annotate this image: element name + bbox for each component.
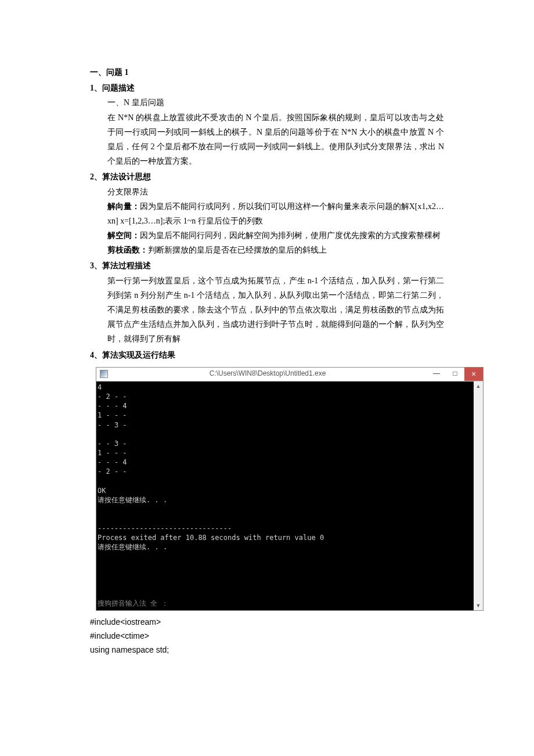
minimize-button[interactable]: — <box>427 368 446 381</box>
titlebar: C:\Users\WIN8\Desktop\Untitled1.exe — □ … <box>96 368 483 381</box>
ime-status: 搜狗拼音输入法 全 ： <box>98 599 168 607</box>
sec2-l1-text: 因为皇后不能同行或同列，所以我们可以用这样一个解向量来表示问题的解X[x1,x2… <box>107 202 444 225</box>
code-block: #include<iostream> #include<ctime> using… <box>90 615 444 657</box>
console-output: 4 - 2 - - - - - 4 1 - - - - - 3 - - - 3 … <box>96 381 474 611</box>
out-l16: -------------------------------- <box>98 524 232 532</box>
out-l17: Process exited after 10.88 seconds with … <box>98 534 324 542</box>
sec2-l3-text: 判断新摆放的皇后是否在已经摆放的皇后的斜线上 <box>148 246 327 254</box>
out-l9: - - - 4 <box>98 458 127 466</box>
code-line-2: #include<ctime> <box>90 629 444 643</box>
scroll-track[interactable] <box>474 391 483 602</box>
out-l12: OK <box>98 487 106 495</box>
heading-main: 一、问题 1 <box>90 65 444 80</box>
code-line-3: using namespace std; <box>90 643 444 657</box>
out-l18: 请按任意键继续. . . <box>98 543 167 551</box>
sec2-line3: 剪枝函数：判断新摆放的皇后是否在已经摆放的皇后的斜线上 <box>90 243 444 257</box>
out-l10: - 2 - - <box>98 467 127 476</box>
maximize-button[interactable]: □ <box>446 368 464 381</box>
sec2-subtitle: 分支限界法 <box>90 185 444 199</box>
out-l8: 1 - - - <box>98 449 127 457</box>
out-l7: - - 3 - <box>98 440 127 448</box>
out-l2: - 2 - - <box>98 393 127 401</box>
sec3-paragraph: 第一行第一列放置皇后，这个节点成为拓展节点，产生 n-1 个活结点，加入队列，第… <box>90 273 444 347</box>
code-line-1: #include<iostream> <box>90 615 444 629</box>
out-l4: 1 - - - <box>98 411 127 419</box>
sec2-l3-bold: 剪枝函数： <box>107 246 148 254</box>
console-window: C:\Users\WIN8\Desktop\Untitled1.exe — □ … <box>96 367 484 611</box>
sec2-line1: 解向量：因为皇后不能同行或同列，所以我们可以用这样一个解向量来表示问题的解X[x… <box>90 199 444 228</box>
scrollbar[interactable]: ▲ ▼ <box>474 381 483 611</box>
sec3-title: 3、算法过程描述 <box>90 258 444 273</box>
app-icon <box>100 370 108 378</box>
sec1-subtitle: 一、N 皇后问题 <box>90 95 444 110</box>
window-title: C:\Users\WIN8\Desktop\Untitled1.exe <box>108 368 427 380</box>
sec2-l2-bold: 解空间： <box>107 231 140 240</box>
sec1-paragraph: 在 N*N 的棋盘上放置彼此不受攻击的 N 个皇后。按照国际象棋的规则，皇后可以… <box>90 110 444 169</box>
window-controls: — □ × <box>427 368 483 381</box>
sec2-title: 2、算法设计思想 <box>90 170 444 184</box>
sec2-l1-bold: 解向量： <box>107 202 140 211</box>
sec2-l2-text: 因为皇后不能同行同列，因此解空间为排列树，使用广度优先搜索的方式搜索整棵树 <box>140 231 441 240</box>
close-button[interactable]: × <box>464 368 483 381</box>
sec1-title: 1、问题描述 <box>90 81 444 95</box>
out-l1: 4 <box>98 383 102 391</box>
scroll-down-icon[interactable]: ▼ <box>474 601 483 610</box>
out-l3: - - - 4 <box>98 402 127 410</box>
scroll-up-icon[interactable]: ▲ <box>474 381 483 391</box>
out-l13: 请按任意键继续. . . <box>98 496 167 504</box>
console-body: 4 - 2 - - - - - 4 1 - - - - - 3 - - - 3 … <box>96 381 483 611</box>
sec2-line2: 解空间：因为皇后不能同行同列，因此解空间为排列树，使用广度优先搜索的方式搜索整棵… <box>90 228 444 243</box>
out-l5: - - 3 - <box>98 421 127 429</box>
sec4-title: 4、算法实现及运行结果 <box>90 348 444 362</box>
